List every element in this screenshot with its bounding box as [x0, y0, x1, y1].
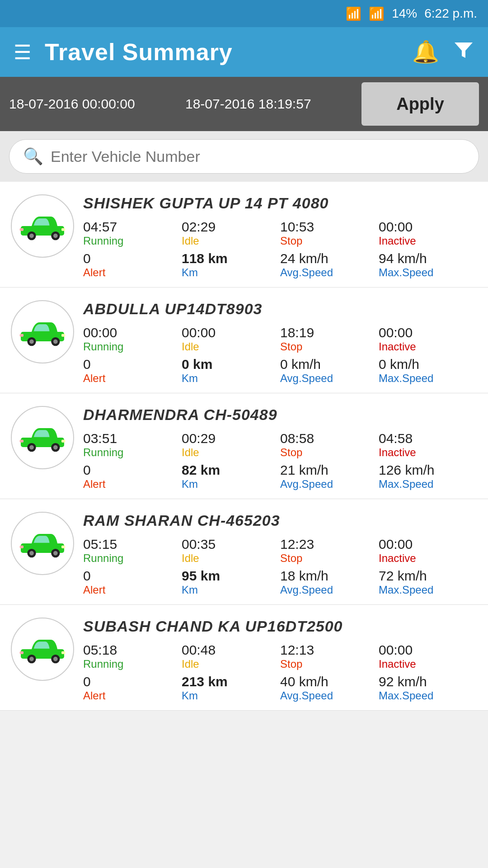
km-label: Km — [182, 372, 198, 385]
running-value: 00:00 — [83, 325, 117, 340]
vehicle-item[interactable]: DHARMENDRA CH-50489 03:51 Running 00:29 … — [0, 393, 488, 499]
search-bar[interactable]: 🔍 — [9, 139, 479, 174]
km-cell: 118 km Km — [182, 251, 280, 279]
vehicle-item[interactable]: SUBASH CHAND KA UP16DT2500 05:18 Running… — [0, 605, 488, 711]
maxspeed-label: Max.Speed — [379, 266, 433, 279]
svg-rect-13 — [61, 334, 65, 337]
vehicle-item[interactable]: RAM SHARAN CH-465203 05:15 Running 00:35… — [0, 499, 488, 605]
svg-rect-21 — [20, 440, 23, 443]
stats-grid: 00:00 Running 00:00 Idle 18:19 Stop 00:0… — [83, 325, 477, 385]
running-value: 03:51 — [83, 431, 117, 446]
avgspeed-cell: 18 km/h Avg.Speed — [280, 568, 379, 596]
avgspeed-value: 24 km/h — [280, 251, 328, 266]
stop-value: 12:13 — [280, 642, 314, 658]
km-label: Km — [182, 584, 198, 596]
stats-grid: 05:15 Running 00:35 Idle 12:23 Stop 00:0… — [83, 537, 477, 596]
svg-point-33 — [53, 657, 58, 661]
svg-point-24 — [29, 551, 34, 556]
start-date[interactable]: 18-07-2016 00:00:00 — [9, 96, 176, 112]
running-cell: 05:15 Running — [83, 537, 182, 565]
avgspeed-cell: 21 km/h Avg.Speed — [280, 462, 379, 491]
signal-icon: 📶 — [369, 6, 385, 21]
search-input[interactable] — [51, 148, 465, 165]
alert-value: 0 — [83, 251, 91, 266]
svg-point-26 — [53, 551, 58, 556]
running-value: 05:18 — [83, 642, 117, 658]
km-value: 0 km — [182, 357, 212, 372]
end-date[interactable]: 18-07-2016 18:19:57 — [185, 96, 352, 112]
idle-cell: 02:29 Idle — [182, 219, 280, 247]
alert-label: Alert — [83, 266, 105, 279]
inactive-label: Inactive — [379, 340, 416, 353]
idle-label: Idle — [182, 235, 199, 247]
idle-cell: 00:48 Idle — [182, 642, 280, 670]
idle-value: 00:29 — [182, 431, 216, 446]
maxspeed-cell: 72 km/h Max.Speed — [379, 568, 477, 596]
svg-point-10 — [29, 340, 34, 344]
inactive-cell: 04:58 Inactive — [379, 431, 477, 459]
alert-cell: 0 Alert — [83, 251, 182, 279]
idle-value: 00:35 — [182, 537, 216, 552]
stop-label: Stop — [280, 658, 302, 670]
vehicle-item[interactable]: ABDULLA UP14DT8903 00:00 Running 00:00 I… — [0, 288, 488, 393]
apply-button[interactable]: Apply — [361, 82, 479, 126]
svg-rect-6 — [61, 228, 65, 231]
inactive-cell: 00:00 Inactive — [379, 219, 477, 247]
alert-cell: 0 Alert — [83, 568, 182, 596]
stop-value: 18:19 — [280, 325, 314, 340]
running-cell: 00:00 Running — [83, 325, 182, 353]
menu-icon[interactable]: ☰ — [14, 41, 31, 64]
maxspeed-cell: 126 km/h Max.Speed — [379, 462, 477, 491]
avgspeed-value: 0 km/h — [280, 357, 321, 372]
avgspeed-cell: 0 km/h Avg.Speed — [280, 357, 379, 385]
avgspeed-cell: 24 km/h Avg.Speed — [280, 251, 379, 279]
running-cell: 03:51 Running — [83, 431, 182, 459]
search-container: 🔍 — [0, 131, 488, 182]
running-label: Running — [83, 552, 123, 565]
maxspeed-value: 0 km/h — [379, 357, 419, 372]
idle-label: Idle — [182, 658, 199, 670]
svg-point-12 — [53, 340, 58, 344]
maxspeed-label: Max.Speed — [379, 689, 433, 702]
avgspeed-label: Avg.Speed — [280, 478, 333, 491]
vehicle-list: SHISHEK GUPTA UP 14 PT 4080 04:57 Runnin… — [0, 182, 488, 711]
inactive-label: Inactive — [379, 446, 416, 459]
stop-label: Stop — [280, 235, 302, 247]
vehicle-item[interactable]: SHISHEK GUPTA UP 14 PT 4080 04:57 Runnin… — [0, 182, 488, 288]
running-label: Running — [83, 235, 123, 247]
bell-icon[interactable]: 🔔 — [412, 39, 439, 65]
vehicle-info: SHISHEK GUPTA UP 14 PT 4080 04:57 Runnin… — [83, 194, 477, 279]
idle-value: 02:29 — [182, 219, 216, 235]
avgspeed-value: 18 km/h — [280, 568, 328, 584]
maxspeed-cell: 92 km/h Max.Speed — [379, 674, 477, 702]
stop-label: Stop — [280, 552, 302, 565]
inactive-label: Inactive — [379, 658, 416, 670]
km-label: Km — [182, 689, 198, 702]
avgspeed-label: Avg.Speed — [280, 372, 333, 385]
idle-value: 00:00 — [182, 325, 216, 340]
stop-cell: 10:53 Stop — [280, 219, 379, 247]
inactive-cell: 00:00 Inactive — [379, 537, 477, 565]
stop-cell: 12:13 Stop — [280, 642, 379, 670]
maxspeed-cell: 0 km/h Max.Speed — [379, 357, 477, 385]
idle-label: Idle — [182, 340, 199, 353]
svg-point-3 — [29, 234, 34, 238]
svg-rect-35 — [20, 651, 23, 654]
running-label: Running — [83, 658, 123, 670]
alert-cell: 0 Alert — [83, 674, 182, 702]
header-actions: 🔔 — [412, 39, 474, 66]
km-cell: 95 km Km — [182, 568, 280, 596]
search-icon: 🔍 — [23, 147, 43, 166]
km-cell: 213 km Km — [182, 674, 280, 702]
svg-point-19 — [53, 445, 58, 450]
vehicle-name: ABDULLA UP14DT8903 — [83, 300, 477, 318]
alert-value: 0 — [83, 674, 91, 689]
inactive-cell: 00:00 Inactive — [379, 325, 477, 353]
stop-value: 12:23 — [280, 537, 314, 552]
filter-icon[interactable] — [453, 39, 474, 66]
alert-value: 0 — [83, 357, 91, 372]
svg-marker-0 — [455, 42, 473, 58]
idle-label: Idle — [182, 552, 199, 565]
stop-label: Stop — [280, 340, 302, 353]
km-value: 213 km — [182, 674, 228, 689]
